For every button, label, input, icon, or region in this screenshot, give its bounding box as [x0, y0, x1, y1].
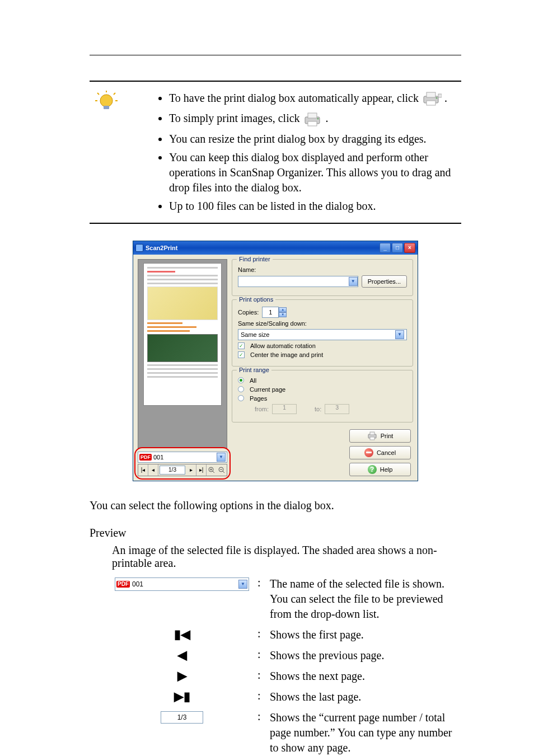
hint-bulb-icon [95, 91, 118, 113]
zoom-in-button[interactable] [207, 464, 217, 476]
prev-page-button[interactable]: ◂ [148, 464, 158, 476]
minimize-button[interactable]: _ [380, 243, 391, 253]
first-page-desc: Shows the first page. [270, 627, 461, 642]
range-pages-label: Pages [250, 395, 267, 402]
file-select-dropdown[interactable]: PDF 001 ▼ [138, 452, 227, 463]
print-button[interactable]: Print [349, 429, 411, 443]
header-rule [90, 55, 461, 55]
spin-up-icon[interactable]: ▲ [279, 307, 287, 312]
chevron-down-icon: ▼ [217, 453, 226, 462]
center-image-label: Center the image and print [250, 351, 323, 358]
close-button[interactable]: × [404, 243, 415, 253]
from-input: 1 [272, 404, 297, 414]
allow-rotation-label: Allow automatic rotation [250, 342, 316, 349]
svg-rect-24 [370, 432, 374, 435]
range-current-radio[interactable] [238, 386, 244, 392]
hint-item: You can keep this dialog box displayed a… [169, 150, 461, 195]
zoom-out-button[interactable] [217, 464, 227, 476]
copies-spinner[interactable]: 1 ▲▼ [262, 307, 287, 318]
last-page-desc: Shows the last page. [270, 689, 461, 705]
prev-page-icon: ◀ [177, 649, 187, 661]
svg-rect-1 [104, 106, 109, 109]
next-page-button[interactable]: ▸ [186, 464, 196, 476]
hint-text: To have the print dialog box automatical… [169, 92, 419, 104]
colon: : [257, 689, 264, 705]
colon: : [257, 648, 264, 663]
properties-button[interactable]: Properties... [362, 275, 407, 288]
find-printer-group: Find printer Name: ▼ Properties... [232, 259, 413, 296]
page-indicator-desc: Shows the “current page number / total p… [270, 710, 461, 755]
range-pages-radio[interactable] [238, 395, 244, 401]
print-range-group: Print range All Current page Pages from:… [232, 370, 413, 422]
hint-list: To have the print dialog box automatical… [140, 87, 461, 217]
page-indicator-sample[interactable]: 1/3 [161, 711, 203, 724]
scaling-value: Same size [241, 331, 395, 338]
copies-value[interactable]: 1 [262, 307, 279, 318]
preview-pane [138, 259, 227, 448]
scaling-dropdown[interactable]: Same size ▼ [238, 329, 407, 340]
scaling-label: Same size/Scaling down: [238, 320, 307, 327]
range-current-label: Current page [250, 386, 285, 393]
name-label: Name: [238, 266, 256, 273]
hint-block: To have the print dialog box automatical… [90, 81, 461, 224]
last-page-button[interactable]: ▸| [196, 464, 207, 476]
help-button[interactable]: ? Help [349, 463, 411, 476]
colon: : [257, 669, 264, 684]
hint-item: To have the print dialog box automatical… [169, 91, 461, 107]
allow-rotation-checkbox[interactable]: ✓ [238, 342, 245, 349]
chevron-down-icon: ▼ [395, 330, 404, 339]
last-page-icon: ▶▮ [174, 691, 190, 703]
hint-item: You can resize the print dialog box by d… [169, 132, 461, 147]
maximize-button[interactable]: □ [392, 243, 403, 253]
range-all-radio[interactable] [238, 377, 244, 383]
chevron-down-icon: ▼ [238, 580, 247, 589]
first-page-icon: ▮◀ [174, 628, 190, 641]
svg-point-0 [100, 95, 113, 107]
preview-section-desc: An image of the selected file is display… [112, 544, 461, 570]
svg-point-15 [317, 118, 318, 119]
printer-name-dropdown[interactable]: ▼ [238, 276, 358, 287]
help-button-label: Help [380, 466, 393, 473]
spin-down-icon[interactable]: ▼ [279, 312, 287, 317]
svg-rect-25 [370, 437, 374, 440]
pdf-badge-icon: PDF [139, 454, 152, 461]
svg-rect-11 [438, 94, 442, 97]
preview-section-title: Preview [90, 527, 461, 539]
printer-dialog-icon [421, 91, 442, 107]
to-input: 3 [325, 404, 349, 414]
group-title: Find printer [237, 256, 273, 262]
dialog-titlebar: Scan2Print _ □ × [133, 241, 418, 255]
file-name-value: 001 [153, 454, 215, 461]
pdf-badge-icon: PDF [116, 581, 130, 588]
period: . [326, 112, 329, 124]
svg-line-4 [114, 93, 115, 95]
page-indicator-input[interactable]: 1/3 [160, 466, 185, 475]
center-image-checkbox[interactable]: ✓ [238, 351, 245, 358]
hint-item: To simply print images, click . [169, 111, 461, 128]
svg-line-17 [213, 471, 214, 473]
scan2print-dialog: Scan2Print _ □ × [133, 241, 418, 481]
file-select-dropdown-sample[interactable]: PDF 001 ▼ [115, 577, 249, 591]
svg-rect-14 [308, 121, 317, 126]
svg-point-10 [435, 97, 437, 99]
printer-icon [367, 431, 377, 441]
colon: : [257, 576, 264, 622]
file-select-desc: The name of the selected file is shown. … [270, 576, 461, 622]
svg-line-3 [97, 93, 99, 95]
colon: : [257, 627, 264, 642]
print-options-group: Print options Copies: 1 ▲▼ Same size/Sca… [232, 299, 413, 367]
svg-rect-8 [427, 92, 435, 97]
svg-rect-13 [308, 113, 317, 118]
cancel-button[interactable]: Cancel [349, 446, 411, 459]
chevron-down-icon: ▼ [349, 277, 358, 286]
dialog-title: Scan2Print [146, 245, 177, 251]
hint-text: To simply print images, click [169, 112, 300, 124]
hint-item: Up to 100 files can be listed in the dia… [169, 199, 461, 214]
copies-label: Copies: [238, 309, 259, 316]
first-page-button[interactable]: |◂ [138, 464, 148, 476]
file-select-value: 001 [132, 580, 236, 588]
svg-line-21 [223, 471, 224, 473]
to-label: to: [315, 406, 321, 412]
options-intro-text: You can select the following options in … [90, 498, 461, 513]
app-icon [135, 244, 143, 252]
